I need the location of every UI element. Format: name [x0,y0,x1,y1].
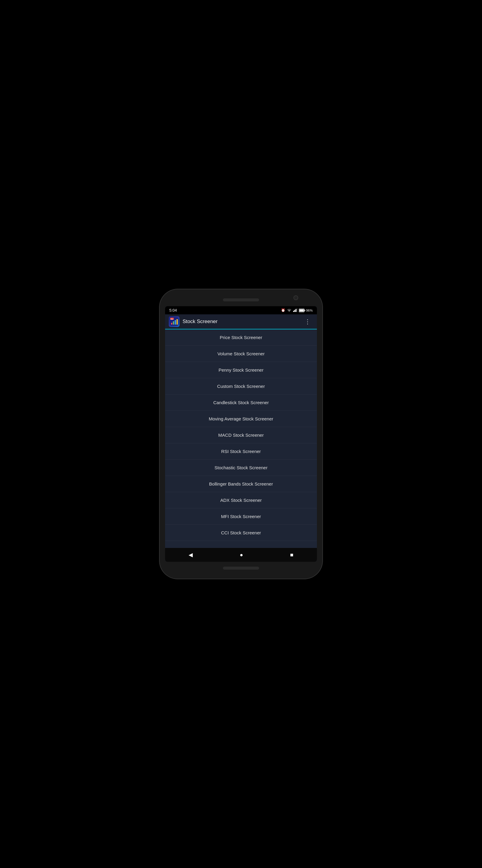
menu-item-bollinger[interactable]: Bollinger Bands Stock Screener [165,476,317,492]
home-button[interactable]: ● [234,550,249,561]
svg-rect-1 [294,310,295,312]
battery-icon: 96% [299,309,313,312]
signal-icon [293,308,297,313]
status-bar: 5:04 ⏰ [165,306,317,314]
menu-item-mfi[interactable]: MFI Stock Screener [165,508,317,525]
svg-rect-11 [176,319,178,324]
svg-rect-3 [297,308,297,312]
svg-rect-6 [299,309,304,311]
menu-item-label-candlestick: Candlestick Stock Screener [213,400,269,405]
menu-item-label-mfi: MFI Stock Screener [221,514,261,519]
menu-item-label-stochastic: Stochastic Stock Screener [215,465,267,470]
recents-button[interactable]: ■ [284,550,299,561]
menu-item-label-penny: Penny Stock Screener [218,367,263,373]
svg-rect-8 [171,323,172,324]
app-icon: PRO [169,316,180,327]
menu-item-label-price: Price Stock Screener [220,335,262,340]
phone-screen: 5:04 ⏰ [165,306,317,562]
svg-rect-0 [293,311,294,312]
menu-item-penny[interactable]: Penny Stock Screener [165,362,317,378]
battery-percent: 96% [306,309,313,312]
wifi-icon [287,308,292,313]
menu-item-custom[interactable]: Custom Stock Screener [165,378,317,395]
speaker-top [223,299,259,301]
app-bar: PRO Stock Screener ⋮ [165,314,317,330]
menu-item-adx[interactable]: ADX Stock Screener [165,492,317,508]
nav-bar: ◀ ● ■ [165,548,317,562]
menu-item-label-bollinger: Bollinger Bands Stock Screener [209,481,273,487]
menu-item-label-adx: ADX Stock Screener [220,498,262,503]
svg-rect-9 [173,321,174,324]
menu-item-label-cci: CCI Stock Screener [221,530,261,535]
menu-item-label-volume: Volume Stock Screener [218,351,265,356]
svg-rect-2 [295,309,296,312]
menu-item-cci[interactable]: CCI Stock Screener [165,525,317,541]
status-icons: ⏰ [281,308,313,313]
app-title: Stock Screener [183,318,302,324]
status-time: 5:04 [169,308,177,313]
svg-text:PRO: PRO [170,318,173,320]
overflow-menu-button[interactable]: ⋮ [302,317,313,326]
menu-item-label-custom: Custom Stock Screener [217,384,265,389]
speaker-bottom [223,567,259,569]
front-camera [293,296,298,300]
menu-item-candlestick[interactable]: Candlestick Stock Screener [165,395,317,411]
menu-item-label-moving-average: Moving Average Stock Screener [209,416,273,421]
menu-item-rsi[interactable]: RSI Stock Screener [165,443,317,460]
menu-item-volume[interactable]: Volume Stock Screener [165,346,317,362]
phone-frame: 5:04 ⏰ [160,289,322,579]
menu-list: Price Stock ScreenerVolume Stock Screene… [165,330,317,548]
svg-rect-5 [304,310,305,311]
menu-item-label-rsi: RSI Stock Screener [221,449,261,454]
menu-item-macd[interactable]: MACD Stock Screener [165,427,317,443]
menu-item-moving-average[interactable]: Moving Average Stock Screener [165,411,317,427]
menu-item-label-macd: MACD Stock Screener [218,433,264,438]
menu-item-stochastic[interactable]: Stochastic Stock Screener [165,460,317,476]
back-button[interactable]: ◀ [183,549,199,561]
menu-item-price[interactable]: Price Stock Screener [165,330,317,346]
alarm-icon: ⏰ [281,308,285,312]
svg-rect-10 [175,320,176,324]
